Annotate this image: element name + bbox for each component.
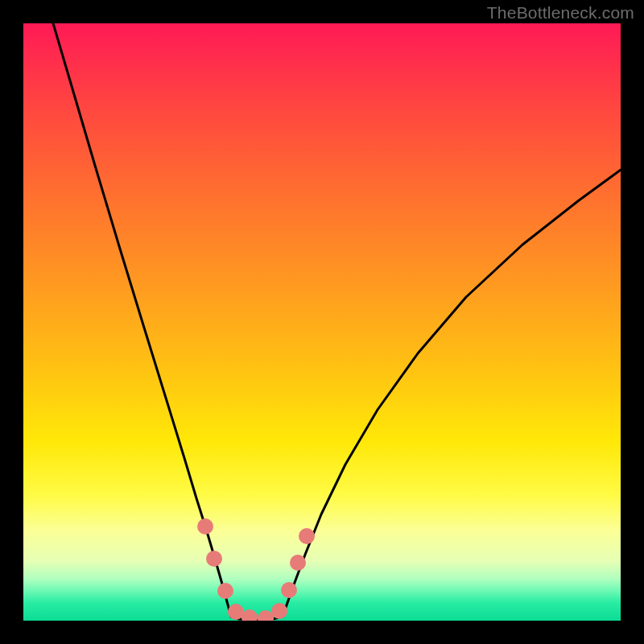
data-point: [281, 582, 297, 598]
data-point: [242, 609, 258, 621]
data-point: [217, 583, 233, 599]
plot-area: [23, 23, 621, 621]
series-pink-dots-left: [197, 518, 287, 621]
series-pink-dots-right: [281, 528, 315, 598]
curve-group: [53, 23, 621, 620]
series-right-curve: [283, 170, 621, 617]
watermark-text: TheBottleneck.com: [487, 3, 634, 23]
chart-svg: [23, 23, 621, 621]
data-point: [206, 551, 222, 567]
data-point: [299, 528, 315, 544]
dots-group: [197, 518, 315, 621]
data-point: [258, 610, 274, 621]
data-point: [271, 603, 287, 619]
data-point: [197, 518, 213, 535]
data-point: [290, 555, 306, 571]
outer-frame: TheBottleneck.com: [0, 0, 644, 644]
